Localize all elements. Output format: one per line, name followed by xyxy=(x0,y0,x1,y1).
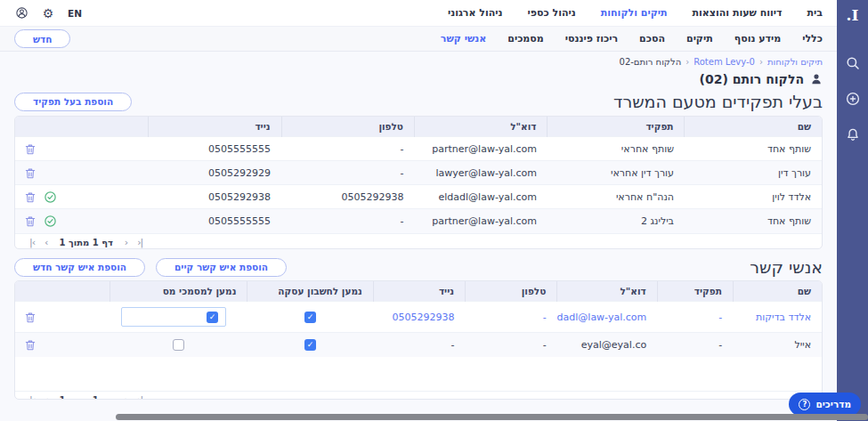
new-button[interactable]: חדש xyxy=(14,29,70,48)
trash-icon xyxy=(24,190,37,204)
cell-mobile: 0505292929 xyxy=(149,161,281,185)
invoice-recipient-checkbox[interactable]: ✓ xyxy=(304,312,316,323)
column-header-3: טלפון xyxy=(281,117,414,137)
cell-name[interactable]: אייל xyxy=(733,333,822,357)
pagination-last-icon[interactable]: ›| xyxy=(137,238,142,247)
app-sidebar: I. xyxy=(837,0,868,421)
cell-tax-docs-recipient: ✓ xyxy=(110,302,247,333)
pagination-prev-icon[interactable]: ‹ xyxy=(45,238,47,247)
breadcrumb-item-2: הלקוח רותם-02 xyxy=(620,57,682,67)
contacts-table: שםתפקידדוא"לטלפוןניידנמען לחשבון עסקהנמע… xyxy=(15,281,822,357)
delete-button[interactable] xyxy=(24,142,37,156)
tab-0[interactable]: כללי xyxy=(802,33,823,45)
delete-button[interactable] xyxy=(24,166,37,180)
table-row: אייל-eyal@eyal.co--✓ xyxy=(15,333,822,357)
pagination-last-icon[interactable]: ›| xyxy=(137,395,142,401)
breadcrumb-item-1[interactable]: Rotem Levy-0 xyxy=(694,57,755,67)
row-actions xyxy=(15,302,110,333)
cell-role: שותף אחראי xyxy=(548,137,685,161)
gear-icon[interactable]: ⚙ xyxy=(41,6,55,20)
bell-icon[interactable] xyxy=(845,126,861,142)
office-roles-title: בעלי תפקידים מטעם המשרד xyxy=(613,92,823,111)
cell-email[interactable]: eldadl@law-yal.com xyxy=(557,302,657,333)
tab-1[interactable]: מידע נוסף xyxy=(734,33,781,45)
pagination-label: דף 1 מתוך 1 xyxy=(60,395,113,401)
guides-button[interactable]: מדריכים ? xyxy=(789,393,861,416)
pagination-next-icon[interactable]: › xyxy=(125,238,127,247)
cell-mobile: - xyxy=(373,333,465,357)
nav-item-4[interactable]: ניהול ארגוני xyxy=(448,7,503,19)
invoice-recipient-checkbox[interactable]: ✓ xyxy=(304,339,316,351)
office-roles-table-card: שםתפקידדוא"לטלפוןניידשותף אחדשותף אחראיp… xyxy=(14,116,823,249)
column-header-4: נייד xyxy=(149,117,281,137)
cell-phone: - xyxy=(281,209,414,233)
cell-email: eldadl@law-yal.com xyxy=(414,185,547,209)
row-actions xyxy=(15,333,110,357)
breadcrumb-item-0[interactable]: תיקים ולקוחות xyxy=(767,57,823,67)
client-tab-bar: כללימידע נוסףתיקיםהסכםריכוז פיננסימסמכים… xyxy=(0,27,837,52)
tax-docs-checkbox[interactable]: ✓ xyxy=(207,312,218,323)
cell-phone: - xyxy=(466,333,557,357)
language-toggle[interactable]: EN xyxy=(68,8,82,19)
cell-invoice-recipient: ✓ xyxy=(247,333,373,357)
row-actions xyxy=(15,137,149,161)
delete-button[interactable] xyxy=(24,311,37,324)
add-existing-contact-button[interactable]: הוספת איש קשר קיים xyxy=(156,258,287,277)
pagination-first-icon[interactable]: |‹ xyxy=(29,238,35,247)
main-menu: ביתדיווח שעות והוצאותתיקים ולקוחותניהול … xyxy=(448,7,823,19)
office-roles-pagination: |‹ ‹ דף 1 מתוך 1 › ›| xyxy=(15,233,822,250)
scrollbar-thumb[interactable] xyxy=(116,414,868,420)
trash-icon xyxy=(24,166,37,180)
tax-docs-checkbox[interactable] xyxy=(173,339,184,351)
tab-4[interactable]: ריכוז פיננסי xyxy=(565,33,618,45)
main-area: ביתדיווח שעות והוצאותתיקים ולקוחותניהול … xyxy=(0,0,837,421)
row-action-icons xyxy=(24,190,140,204)
nav-item-3[interactable]: ניהול כספי xyxy=(528,7,576,19)
cell-name[interactable]: אלדד בדיקות xyxy=(733,302,822,333)
row-actions xyxy=(15,209,149,233)
cell-email[interactable]: eyal@eyal.co xyxy=(557,333,657,357)
pagination-first-icon[interactable]: |‹ xyxy=(29,395,35,401)
cell-name: אלדד לוין xyxy=(685,185,822,209)
contacts-header: אנשי קשר הוספת איש קשר קיים הוספת איש קש… xyxy=(14,257,823,277)
row-actions xyxy=(15,185,149,209)
app-logo[interactable]: I. xyxy=(837,0,868,30)
cell-name: שותף אחד xyxy=(685,209,822,233)
pagination-next-icon[interactable]: › xyxy=(125,395,127,401)
tab-5[interactable]: מסמכים xyxy=(507,33,544,45)
nav-item-0[interactable]: בית xyxy=(807,7,823,19)
delete-button[interactable] xyxy=(24,338,37,352)
office-roles-header: בעלי תפקידים מטעם המשרד הוספת בעל תפקיד xyxy=(14,92,823,111)
add-new-contact-button[interactable]: הוספת איש קשר חדש xyxy=(14,258,145,277)
cell-phone: - xyxy=(281,137,414,161)
row-action-icons xyxy=(24,311,101,324)
pagination-prev-icon[interactable]: ‹ xyxy=(45,395,47,401)
cell-mobile: 0505555555 xyxy=(149,209,281,233)
breadcrumb-separator-icon: ‹ xyxy=(759,57,763,67)
contacts-pagination: |‹ ‹ דף 1 מתוך 1 › ›| xyxy=(15,391,822,401)
table-row: שותף אחדבילינג 2partner@law-yal.com-0505… xyxy=(15,209,822,233)
plus-circle-icon[interactable] xyxy=(845,91,861,107)
check-circle-icon xyxy=(44,215,57,228)
contacts-buttons: הוספת איש קשר קיים הוספת איש קשר חדש xyxy=(14,258,287,277)
delete-button[interactable] xyxy=(24,190,37,204)
nav-item-1[interactable]: דיווח שעות והוצאות xyxy=(693,7,783,19)
top-left-controls: ⚙ EN xyxy=(14,6,82,20)
page-content: תיקים ולקוחות‹Rotem Levy-0‹הלקוח רותם-02… xyxy=(0,52,837,400)
search-icon[interactable] xyxy=(845,55,861,71)
focused-cell-editor[interactable]: ✓ xyxy=(121,307,226,327)
cell-role: - xyxy=(657,333,733,357)
tab-3[interactable]: הסכם xyxy=(639,33,665,45)
add-role-holder-button[interactable]: הוספת בעל תפקיד xyxy=(14,93,132,111)
user-icon[interactable] xyxy=(14,6,28,20)
table-header-row: שםתפקידדוא"לטלפוןניידנמען לחשבון עסקהנמע… xyxy=(15,281,822,302)
nav-item-2[interactable]: תיקים ולקוחות xyxy=(601,7,668,19)
office-roles-table: שםתפקידדוא"לטלפוןניידשותף אחדשותף אחראיp… xyxy=(15,117,822,233)
column-header-2: דוא"ל xyxy=(557,281,657,302)
question-circle-icon: ? xyxy=(799,399,810,410)
cell-mobile: 0505292938 xyxy=(373,302,465,333)
tab-2[interactable]: תיקים xyxy=(686,33,713,45)
delete-button[interactable] xyxy=(24,215,37,228)
tab-6[interactable]: אנשי קשר xyxy=(441,33,486,45)
cell-phone: - xyxy=(466,302,557,333)
